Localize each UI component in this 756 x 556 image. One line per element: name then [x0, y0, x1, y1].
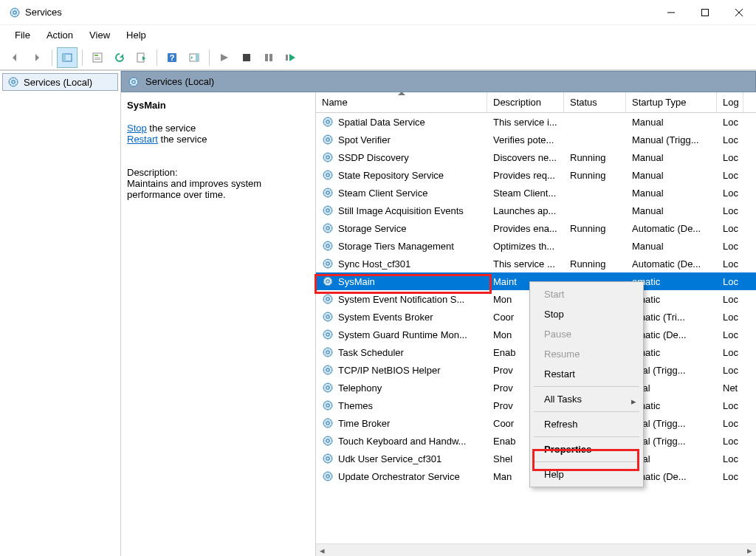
- table-row[interactable]: Still Image Acquisition EventsLaunches a…: [316, 202, 756, 219]
- restart-service-button[interactable]: [281, 47, 301, 68]
- service-desc: Discovers ne...: [487, 152, 564, 163]
- service-name: Telephony: [338, 382, 382, 394]
- svg-rect-17: [243, 54, 250, 61]
- ctx-properties[interactable]: Properties: [532, 439, 641, 459]
- menu-view[interactable]: View: [82, 27, 117, 44]
- gear-icon: [322, 258, 334, 270]
- service-logon: Loc: [717, 418, 743, 429]
- service-name: State Repository Service: [338, 170, 444, 181]
- gear-icon: [322, 222, 334, 234]
- stop-service-button[interactable]: [236, 47, 257, 68]
- gear-icon: [322, 311, 334, 323]
- service-startup: Manual: [626, 152, 717, 163]
- maximize-button[interactable]: [688, 0, 722, 25]
- tree-node-services-local[interactable]: Services (Local): [2, 73, 118, 91]
- context-menu: Start Stop Pause Resume Restart All Task…: [529, 281, 644, 487]
- gear-icon: [322, 382, 334, 394]
- service-desc: Provides req...: [487, 170, 564, 181]
- horizontal-scrollbar[interactable]: ◂ ▸: [316, 543, 756, 556]
- col-startup[interactable]: Startup Type: [626, 92, 717, 112]
- action-pane-button[interactable]: [184, 47, 205, 68]
- gear-icon: [7, 76, 19, 88]
- stop-service-link[interactable]: Stop: [127, 123, 147, 134]
- pause-service-button[interactable]: [258, 47, 279, 68]
- service-logon: Loc: [717, 170, 743, 181]
- menu-file[interactable]: File: [7, 27, 38, 44]
- service-startup: Manual: [626, 241, 717, 252]
- service-name: System Event Notification S...: [338, 294, 464, 305]
- main-pane: Services (Local) SysMain Stop the servic…: [121, 71, 756, 556]
- gear-icon: [128, 76, 140, 88]
- show-hide-tree-button[interactable]: [57, 47, 78, 68]
- table-row[interactable]: State Repository ServiceProvides req...R…: [316, 166, 756, 184]
- gear-icon: [322, 205, 334, 216]
- col-description[interactable]: Description: [487, 92, 564, 112]
- back-button[interactable]: [4, 47, 25, 68]
- desc-text: Maintains and improves system performanc…: [127, 178, 309, 200]
- service-startup: Automatic (De...: [626, 223, 717, 234]
- service-name: Update Orchestrator Service: [338, 471, 460, 482]
- menu-action[interactable]: Action: [39, 27, 80, 44]
- ctx-help[interactable]: Help: [532, 464, 641, 484]
- service-name: Touch Keyboard and Handw...: [338, 436, 466, 447]
- help-button[interactable]: ?: [162, 47, 182, 68]
- ctx-stop[interactable]: Stop: [532, 304, 641, 324]
- gear-icon: [322, 453, 334, 464]
- gear-icon: [322, 116, 334, 128]
- tree-pane: Services (Local): [0, 71, 121, 556]
- gear-icon: [322, 240, 334, 252]
- refresh-button[interactable]: [109, 47, 130, 68]
- svg-rect-10: [94, 58, 100, 58]
- service-logon: Loc: [717, 117, 743, 128]
- ctx-refresh[interactable]: Refresh: [532, 414, 641, 434]
- service-logon: Loc: [717, 400, 743, 411]
- table-row[interactable]: Storage Tiers ManagementOptimizes th...M…: [316, 237, 756, 255]
- service-name: System Events Broker: [338, 312, 433, 323]
- toolbar: ?: [0, 45, 756, 70]
- service-logon: Loc: [717, 471, 743, 482]
- menu-help[interactable]: Help: [119, 27, 154, 44]
- service-logon: Net: [717, 382, 743, 394]
- service-logon: Loc: [717, 347, 743, 358]
- service-logon: Loc: [717, 223, 743, 234]
- col-status[interactable]: Status: [564, 92, 626, 112]
- restart-service-link[interactable]: Restart: [127, 134, 158, 145]
- gear-icon: [322, 399, 334, 411]
- service-name: Storage Tiers Management: [338, 241, 454, 252]
- ctx-all-tasks[interactable]: All Tasks▸: [532, 389, 641, 409]
- table-row[interactable]: Storage ServiceProvides ena...RunningAut…: [316, 219, 756, 237]
- minimize-button[interactable]: [654, 0, 688, 25]
- service-startup: Manual (Trigg...: [626, 134, 717, 145]
- properties-button[interactable]: [87, 47, 108, 68]
- service-logon: Loc: [717, 152, 743, 163]
- service-desc: Verifies pote...: [487, 134, 564, 145]
- service-desc: This service i...: [487, 117, 564, 128]
- desc-label: Description:: [127, 167, 309, 178]
- export-button[interactable]: [131, 47, 152, 68]
- table-row[interactable]: Spot VerifierVerifies pote...Manual (Tri…: [316, 131, 756, 148]
- service-desc: Launches ap...: [487, 205, 564, 216]
- content-title-band: Services (Local): [121, 71, 756, 92]
- col-name[interactable]: Name: [316, 92, 487, 112]
- close-button[interactable]: [722, 0, 756, 25]
- menubar: File Action View Help: [0, 25, 756, 45]
- sort-asc-icon: [398, 92, 405, 95]
- service-startup: Manual: [626, 170, 717, 181]
- col-logon[interactable]: Log: [717, 92, 743, 112]
- table-row[interactable]: Steam Client ServiceSteam Client...Manua…: [316, 184, 756, 202]
- service-name: Themes: [338, 400, 373, 411]
- start-service-button[interactable]: [214, 47, 235, 68]
- scroll-left-icon[interactable]: ◂: [316, 544, 329, 557]
- table-row[interactable]: Spatial Data ServiceThis service i...Man…: [316, 113, 756, 131]
- table-row[interactable]: Sync Host_cf301This service ...RunningAu…: [316, 255, 756, 272]
- scroll-right-icon[interactable]: ▸: [743, 544, 756, 557]
- service-logon: Loc: [717, 205, 743, 216]
- service-desc: Steam Client...: [487, 188, 564, 199]
- service-name: Spatial Data Service: [338, 117, 425, 128]
- ctx-restart[interactable]: Restart: [532, 364, 641, 384]
- table-row[interactable]: SSDP DiscoveryDiscovers ne...RunningManu…: [316, 148, 756, 166]
- forward-button[interactable]: [27, 47, 47, 68]
- ctx-pause: Pause: [532, 324, 641, 344]
- service-logon: Loc: [717, 188, 743, 199]
- gear-icon: [322, 134, 334, 145]
